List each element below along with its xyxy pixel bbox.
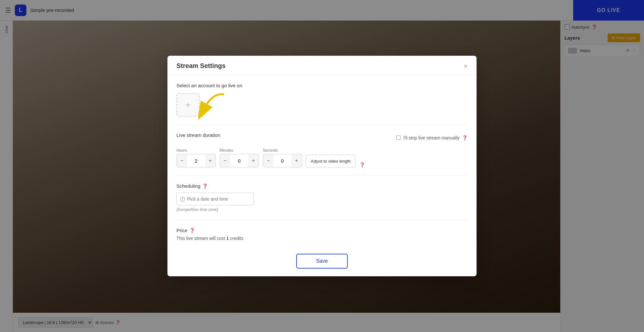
scheduling-title: Scheduling ❓ <box>176 183 468 189</box>
minutes-increment-button[interactable]: + <box>248 154 259 167</box>
add-account-button[interactable]: + <box>176 93 200 117</box>
select-account-label: Select an account to go live on <box>176 83 468 88</box>
seconds-decrement-button[interactable]: − <box>263 154 273 167</box>
adjust-help-icon: ❓ <box>359 162 365 167</box>
hours-input-row: − + <box>176 154 216 167</box>
modal-overlay: Stream Settings × Select an account to g… <box>0 0 644 332</box>
price-title: Price ❓ <box>176 228 468 233</box>
minutes-label: Minutes <box>220 148 259 153</box>
modal-body: Select an account to go live on + L <box>167 75 477 249</box>
duration-controls: Hours − + Minutes − + <box>176 148 468 167</box>
seconds-increment-button[interactable]: + <box>291 154 302 167</box>
clock-icon: 🕐 <box>180 196 185 202</box>
yellow-arrow <box>198 90 231 122</box>
minutes-input[interactable] <box>230 154 248 167</box>
duration-row: Live stream duration I'll stop live stre… <box>176 132 468 143</box>
scheduling-help-icon: ❓ <box>202 184 208 189</box>
adjust-to-video-button[interactable]: Adjust to video length <box>306 155 355 167</box>
hours-input[interactable] <box>187 154 205 167</box>
stream-settings-modal: Stream Settings × Select an account to g… <box>167 56 477 276</box>
stop-manually-help-icon: ❓ <box>462 135 468 140</box>
datetime-input[interactable] <box>176 193 254 205</box>
divider-2 <box>176 175 468 175</box>
hours-decrement-button[interactable]: − <box>177 154 187 167</box>
stop-manually-row: I'll stop live stream manually ❓ <box>396 135 468 140</box>
save-button[interactable]: Save <box>296 254 348 269</box>
datetime-input-wrap: 🕐 <box>176 193 254 205</box>
modal-header: Stream Settings × <box>167 56 477 75</box>
divider-3 <box>176 220 468 220</box>
hours-label: Hours <box>176 148 216 153</box>
stop-manually-checkbox[interactable] <box>396 136 401 140</box>
price-text: This live stream will cost 1 credits <box>176 236 468 241</box>
duration-section-title: Live stream duration <box>176 132 220 138</box>
modal-title: Stream Settings <box>176 62 225 70</box>
stop-manually-label: I'll stop live stream manually <box>403 135 459 140</box>
price-credits: 1 <box>226 236 229 241</box>
timezone-note: (Europe/Kiev time zone) <box>176 207 468 212</box>
hours-group: Hours − + <box>176 148 216 167</box>
minutes-decrement-button[interactable]: − <box>220 154 230 167</box>
modal-footer: Save <box>167 249 477 276</box>
minutes-group: Minutes − + <box>220 148 259 167</box>
price-help-icon: ❓ <box>189 228 195 233</box>
seconds-input-row: − + <box>263 154 302 167</box>
minutes-input-row: − + <box>220 154 259 167</box>
seconds-label: Seconds <box>263 148 302 153</box>
seconds-group: Seconds − + <box>263 148 302 167</box>
hours-increment-button[interactable]: + <box>205 154 215 167</box>
modal-close-button[interactable]: × <box>464 63 468 69</box>
seconds-input[interactable] <box>273 154 291 167</box>
divider-1 <box>176 124 468 125</box>
